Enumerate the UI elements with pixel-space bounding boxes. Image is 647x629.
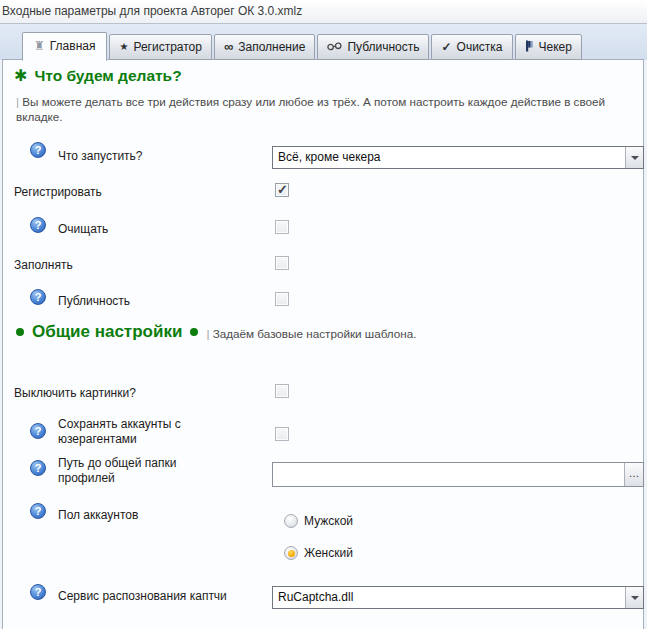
gender-label: Пол аккаунтов bbox=[58, 508, 138, 522]
female-radio-label: Женский bbox=[304, 546, 353, 560]
run-label: Что запустить? bbox=[58, 149, 143, 163]
disable-images-label: Выключить картинки? bbox=[14, 386, 136, 400]
tab-cleaning-label: Очистка bbox=[457, 40, 503, 54]
publicity-checkbox[interactable] bbox=[275, 292, 289, 306]
male-radio-label: Мужской bbox=[304, 514, 353, 528]
captcha-service-dropdown[interactable]: RuCaptcha.dll bbox=[272, 586, 644, 609]
help-icon[interactable]: ? bbox=[30, 423, 46, 439]
tab-main[interactable]: ♜ Главная bbox=[22, 32, 107, 61]
section-actions-description-text: Вы можете делать все три действия сразу … bbox=[16, 95, 605, 123]
captcha-service-label: Сервис распознования каптчи bbox=[58, 589, 227, 603]
publicity-label: Публичность bbox=[58, 294, 130, 308]
profiles-path-label: Путь до общей папки профилей bbox=[58, 456, 228, 486]
save-useragents-label: Сохранять аккаунты с юзерагентами bbox=[58, 417, 228, 447]
project-settings-window: Входные параметры для проекта Авторег ОК… bbox=[0, 0, 647, 629]
tab-checker-label: Чекер bbox=[539, 40, 572, 54]
gender-option-male[interactable]: Мужской bbox=[284, 514, 353, 528]
description-bar: | bbox=[206, 327, 209, 340]
dropdown-arrow-icon[interactable] bbox=[625, 587, 643, 608]
browse-button[interactable]: … bbox=[624, 463, 643, 486]
profiles-path-input[interactable] bbox=[273, 463, 624, 486]
section-actions-description: | Вы можете делать все три действия сраз… bbox=[16, 94, 622, 124]
rook-icon: ♜ bbox=[34, 40, 45, 52]
dropdown-arrow-icon[interactable] bbox=[625, 147, 643, 168]
description-bar: | bbox=[16, 95, 19, 108]
tab-filling-label: Заполнение bbox=[238, 40, 305, 54]
section-actions-title: Что будем делать? bbox=[34, 67, 181, 85]
help-icon[interactable]: ? bbox=[30, 503, 46, 519]
fill-checkbox[interactable] bbox=[275, 256, 289, 270]
section-general-description: | Задаём базовые настройки шаблона. bbox=[206, 323, 416, 341]
male-radio[interactable] bbox=[284, 514, 298, 528]
help-icon[interactable]: ? bbox=[30, 584, 46, 600]
clean-label: Очищать bbox=[58, 222, 108, 236]
tab-publicity-label: Публичность bbox=[347, 40, 419, 54]
register-checkbox[interactable] bbox=[275, 183, 289, 197]
tab-main-label: Главная bbox=[50, 39, 96, 53]
tab-filling[interactable]: ∞ Заполнение bbox=[214, 34, 315, 60]
gender-option-female[interactable]: Женский bbox=[284, 546, 353, 560]
section-general-header: Общие настройки | Задаём базовые настрой… bbox=[16, 322, 417, 342]
tab-bar: ♜ Главная ★ Регистратор ∞ Заполнение Пуб… bbox=[0, 24, 647, 60]
star-icon: ★ bbox=[119, 42, 128, 52]
run-dropdown[interactable]: Всё, кроме чекера bbox=[272, 146, 644, 169]
help-icon[interactable]: ? bbox=[30, 217, 46, 233]
tab-registrator[interactable]: ★ Регистратор bbox=[109, 34, 212, 60]
donut-icon bbox=[16, 328, 24, 336]
section-general-title: Общие настройки bbox=[32, 322, 182, 342]
section-general-description-text: Задаём базовые настройки шаблона. bbox=[213, 327, 417, 340]
tab-registrator-label: Регистратор bbox=[133, 40, 202, 54]
save-useragents-checkbox[interactable] bbox=[275, 427, 289, 441]
female-radio[interactable] bbox=[284, 546, 298, 560]
glasses-icon bbox=[327, 41, 342, 53]
help-icon[interactable]: ? bbox=[30, 289, 46, 305]
section-star-icon: ✱ bbox=[14, 68, 27, 84]
window-title: Входные параметры для проекта Авторег ОК… bbox=[0, 0, 647, 24]
clean-checkbox[interactable] bbox=[275, 220, 289, 234]
tab-checker[interactable]: Чекер bbox=[515, 34, 582, 60]
profiles-path-field: … bbox=[272, 462, 644, 487]
section-actions-header: ✱ Что будем делать? bbox=[14, 67, 182, 85]
check-icon: ✓ bbox=[441, 41, 451, 53]
help-icon[interactable]: ? bbox=[30, 142, 46, 158]
help-icon[interactable]: ? bbox=[30, 460, 46, 476]
flag-icon bbox=[525, 40, 534, 54]
tab-publicity[interactable]: Публичность bbox=[317, 34, 429, 60]
donut-icon bbox=[190, 328, 198, 336]
register-label: Регистрировать bbox=[14, 185, 102, 199]
disable-images-checkbox[interactable] bbox=[275, 384, 289, 398]
fill-label: Заполнять bbox=[14, 258, 73, 272]
captcha-service-value: RuCaptcha.dll bbox=[273, 587, 625, 608]
tab-content-panel bbox=[2, 59, 644, 629]
tab-cleaning[interactable]: ✓ Очистка bbox=[431, 34, 512, 60]
run-dropdown-value: Всё, кроме чекера bbox=[273, 147, 625, 168]
infinity-icon: ∞ bbox=[224, 40, 233, 53]
